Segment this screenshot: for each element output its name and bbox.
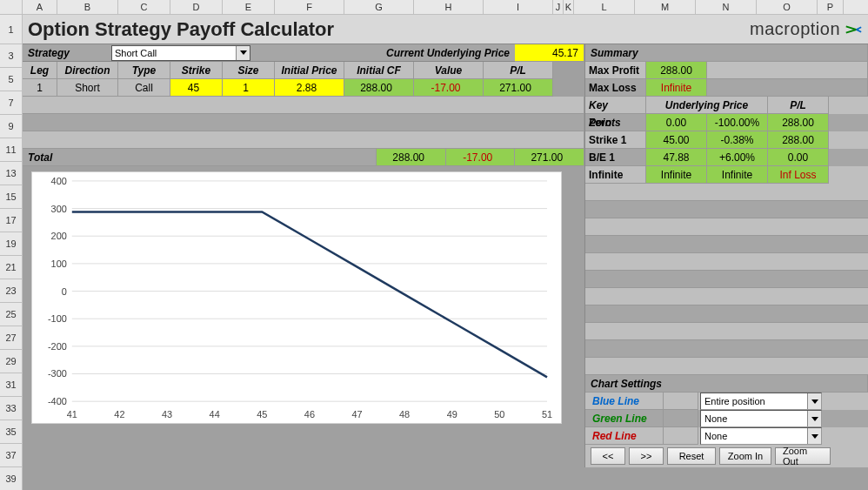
row-header[interactable]: 39: [0, 467, 22, 490]
chevron-down-icon[interactable]: [807, 411, 821, 426]
leg-size[interactable]: 1: [223, 79, 275, 97]
cup-value[interactable]: 45.17: [515, 44, 584, 62]
reset-button[interactable]: Reset: [667, 447, 716, 465]
page-title: Option Strategy Payoff Calculator: [28, 18, 334, 41]
blueline-value: Entire position: [704, 393, 765, 410]
total-row: Total 288.00 -17.00 271.00: [23, 149, 584, 166]
keypoint-up: 47.88: [646, 149, 707, 166]
svg-text:400: 400: [51, 176, 67, 186]
total-label: Total: [23, 149, 377, 166]
col-header[interactable]: I: [484, 0, 553, 14]
col-header[interactable]: P: [818, 0, 844, 14]
svg-text:43: 43: [162, 409, 172, 420]
leg-direction[interactable]: Short: [57, 79, 118, 97]
row-header[interactable]: 7: [0, 91, 22, 115]
row-header[interactable]: 13: [0, 162, 22, 185]
header-value: Value: [414, 62, 484, 79]
keypoint-pl: 288.00: [768, 114, 829, 131]
svg-text:50: 50: [494, 409, 504, 420]
svg-text:51: 51: [542, 409, 552, 420]
col-header[interactable]: [0, 0, 23, 14]
row-header[interactable]: 33: [0, 397, 22, 420]
col-header[interactable]: K: [564, 0, 574, 14]
maxloss-value: Infinite: [646, 79, 707, 97]
keypoint-pl: Inf Loss: [768, 166, 829, 184]
total-icf: 288.00: [377, 149, 446, 166]
col-header[interactable]: L: [574, 0, 635, 14]
col-header[interactable]: N: [696, 0, 757, 14]
zoom-in-button[interactable]: Zoom In: [719, 447, 771, 465]
brand-logo: macroption: [750, 19, 863, 39]
greenline-value: None: [704, 410, 727, 427]
leg-strike[interactable]: 45: [170, 79, 223, 97]
col-header[interactable]: D: [170, 0, 223, 14]
strategy-dropdown[interactable]: Short Call: [111, 45, 250, 61]
keypoint-row: Zero0.00-100.00%288.00: [585, 114, 868, 131]
leg-num: 1: [23, 79, 57, 97]
row-header[interactable]: 19: [0, 232, 22, 256]
row-header[interactable]: 5: [0, 68, 22, 91]
chart-buttons-row: << >> Reset Zoom In Zoom Out: [585, 445, 868, 467]
col-header[interactable]: F: [275, 0, 344, 14]
right-panel: Summary Max Profit 288.00 Max Loss Infin…: [584, 44, 868, 467]
column-headers: ABCDEFGHIJKLMNOP: [0, 0, 868, 15]
zoom-out-button[interactable]: Zoom Out: [775, 447, 831, 465]
svg-text:300: 300: [51, 204, 67, 214]
prev-button[interactable]: <<: [591, 447, 625, 465]
blueline-dropdown[interactable]: Entire position: [700, 393, 822, 410]
chevron-down-icon[interactable]: [807, 428, 821, 444]
row-header[interactable]: 29: [0, 350, 22, 373]
keypoint-name: B/E 1: [585, 149, 646, 166]
maxprofit-label: Max Profit: [585, 62, 646, 79]
keypoint-row: Strike 145.00-0.38%288.00: [585, 131, 868, 149]
row-header[interactable]: 15: [0, 185, 22, 209]
leg-initial-price[interactable]: 2.88: [275, 79, 344, 97]
col-header[interactable]: G: [344, 0, 414, 14]
keypoint-up: 45.00: [646, 131, 707, 149]
svg-text:49: 49: [447, 409, 457, 420]
redline-label: Red Line: [585, 427, 664, 445]
header-initial-cf: Initial CF: [344, 62, 414, 79]
chevron-down-icon[interactable]: [807, 393, 821, 409]
svg-text:46: 46: [304, 409, 315, 420]
brand-text: macroption: [750, 19, 840, 39]
keypoint-pct: +6.00%: [707, 149, 768, 166]
col-header[interactable]: A: [23, 0, 57, 14]
col-header[interactable]: M: [635, 0, 696, 14]
row-header[interactable]: 11: [0, 138, 22, 162]
row-header[interactable]: 21: [0, 256, 22, 279]
row-header[interactable]: 27: [0, 326, 22, 350]
redline-value: None: [704, 427, 727, 445]
row-header[interactable]: 1: [0, 15, 22, 44]
summary-title: Summary: [585, 44, 868, 62]
row-header[interactable]: 3: [0, 44, 22, 68]
svg-text:45: 45: [257, 409, 267, 420]
row-header[interactable]: 35: [0, 420, 22, 444]
leg-pl: 271.00: [484, 79, 553, 97]
col-header[interactable]: E: [223, 0, 275, 14]
row-header[interactable]: 9: [0, 115, 22, 138]
row-header[interactable]: 37: [0, 444, 22, 467]
col-header[interactable]: B: [57, 0, 118, 14]
blueline-label: Blue Line: [585, 393, 664, 410]
svg-text:44: 44: [210, 409, 220, 420]
total-value: -17.00: [446, 149, 516, 166]
chevron-down-icon[interactable]: [236, 46, 250, 60]
svg-text:0: 0: [62, 286, 67, 297]
col-header[interactable]: C: [118, 0, 170, 14]
col-header[interactable]: O: [757, 0, 818, 14]
col-header[interactable]: H: [414, 0, 484, 14]
col-header[interactable]: J: [553, 0, 564, 14]
row-header[interactable]: 17: [0, 209, 22, 232]
leg-row: 1 Short Call 45 1 2.88 288.00 -17.00 271…: [23, 79, 584, 97]
leg-type[interactable]: Call: [118, 79, 170, 97]
row-header[interactable]: 31: [0, 373, 22, 397]
greenline-dropdown[interactable]: None: [700, 410, 822, 427]
keypoint-pl: 0.00: [768, 149, 829, 166]
row-header[interactable]: 25: [0, 303, 22, 326]
next-button[interactable]: >>: [629, 447, 664, 465]
row-header[interactable]: 23: [0, 279, 22, 303]
redline-dropdown[interactable]: None: [700, 427, 822, 445]
header-initial-price: Initial Price: [275, 62, 344, 79]
svg-text:-100: -100: [48, 313, 67, 324]
